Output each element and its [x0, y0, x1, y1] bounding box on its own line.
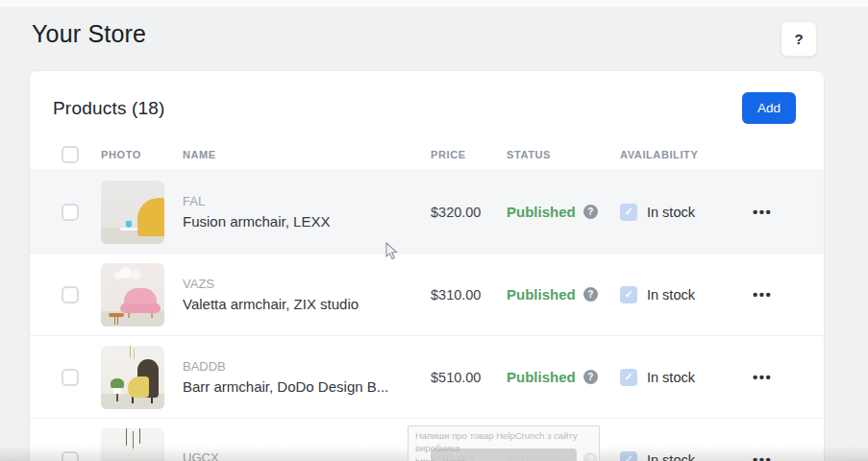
status-badge: Published	[507, 369, 576, 385]
products-panel: Products (18) Add PHOTO NAME PRICE STATU…	[30, 71, 824, 461]
in-stock-checkbox[interactable]: ✓	[620, 369, 637, 386]
row-actions-menu-button[interactable]: •••	[753, 369, 772, 385]
row-actions-menu-button[interactable]: •••	[753, 286, 772, 303]
add-product-button[interactable]: Add	[742, 92, 796, 124]
in-stock-checkbox[interactable]: ✓	[620, 286, 637, 303]
table-row[interactable]: FAL Fusion armchair, LEXX $320.00 Publis…	[30, 171, 824, 254]
status-badge: Published	[507, 204, 576, 220]
product-sku: BADDB	[183, 359, 431, 374]
table-header-row: PHOTO NAME PRICE STATUS AVAILABILITY	[30, 139, 824, 171]
status-badge: Published	[507, 286, 576, 303]
row-select-checkbox[interactable]	[62, 204, 79, 221]
question-mark-icon: ?	[794, 31, 803, 47]
product-photo	[101, 181, 164, 244]
column-header-availability: AVAILABILITY	[620, 149, 753, 160]
product-name: Barr armchair, DoDo Design B...	[183, 378, 431, 395]
product-sku: UGCX	[183, 450, 431, 461]
help-button[interactable]: ?	[781, 21, 817, 57]
in-stock-label: In stock	[647, 287, 695, 303]
row-actions-menu-button[interactable]: •••	[753, 451, 772, 461]
product-photo	[101, 346, 164, 409]
select-all-checkbox[interactable]	[62, 146, 79, 163]
product-name: Valetta armchair, ZIX studio	[183, 296, 431, 312]
in-stock-checkbox[interactable]: ✓	[620, 451, 637, 461]
product-sku: VAZS	[183, 277, 431, 291]
in-stock-label: In stock	[647, 370, 695, 385]
product-sku: FAL	[183, 194, 431, 208]
row-select-checkbox[interactable]	[62, 451, 79, 461]
page-title: Your Store	[32, 20, 146, 48]
product-name: Fusion armchair, LEXX	[183, 213, 431, 230]
product-price: $320.00	[431, 205, 507, 220]
product-photo	[101, 263, 164, 327]
column-header-photo: PHOTO	[101, 149, 183, 160]
product-price: $510.00	[431, 370, 507, 385]
status-help-icon[interactable]: ?	[583, 205, 598, 219]
row-select-checkbox[interactable]	[62, 369, 79, 386]
column-header-name: NAME	[183, 149, 431, 160]
table-row[interactable]: BADDB Barr armchair, DoDo Design B... $5…	[30, 336, 824, 419]
product-price: $310.00	[431, 287, 507, 303]
column-header-price: PRICE	[431, 149, 507, 160]
row-actions-menu-button[interactable]: •••	[753, 204, 772, 220]
in-stock-label: In stock	[647, 205, 695, 220]
products-count-title: Products (18)	[53, 98, 165, 119]
in-stock-checkbox[interactable]: ✓	[620, 204, 637, 221]
products-panel-header: Products (18) Add	[30, 71, 824, 139]
column-header-status: STATUS	[507, 149, 620, 160]
drag-tooltip: Напиши про товар HelpCrunch з сайту виро…	[408, 425, 600, 461]
in-stock-label: In stock	[647, 452, 695, 461]
status-help-icon[interactable]: ?	[583, 370, 598, 384]
table-row[interactable]: VAZS Valetta armchair, ZIX studio $310.0…	[30, 254, 824, 336]
product-photo	[101, 428, 164, 461]
drag-tooltip-line1: Напиши про товар HelpCrunch з сайту виро…	[415, 429, 592, 455]
top-strip	[0, 0, 868, 7]
drag-tooltip-line2: https - Word	[415, 455, 592, 461]
status-help-icon[interactable]: ?	[583, 287, 598, 302]
row-select-checkbox[interactable]	[62, 286, 79, 303]
